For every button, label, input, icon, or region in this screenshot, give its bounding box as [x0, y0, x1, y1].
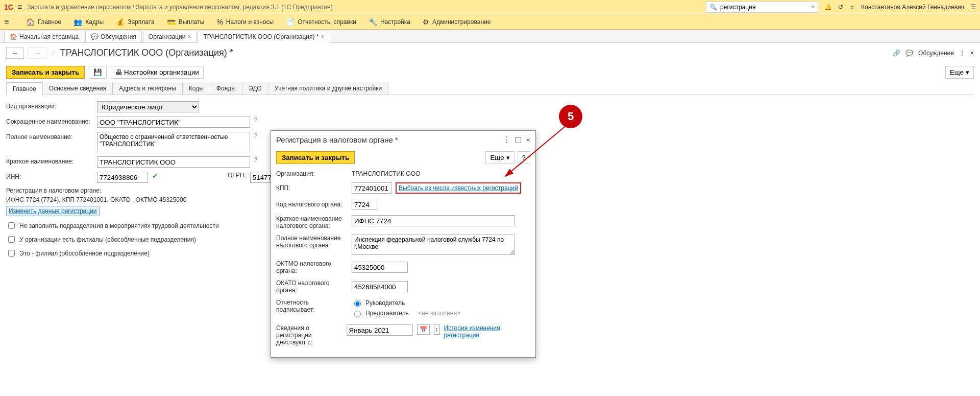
help-icon[interactable]: ? [254, 117, 258, 124]
help-icon[interactable]: ? [254, 156, 258, 164]
ogrn-label: ОГРН: [228, 172, 246, 179]
percent-icon: % [216, 18, 223, 26]
short-name-label: Сокращенное наименование: [6, 117, 93, 125]
dlg-kpp-label: КПП: [276, 184, 348, 192]
dialog-more-icon[interactable]: ⋮ [503, 135, 510, 144]
tax-registration-dialog: Регистрация в налоговом органе * ⋮ ▢ × З… [271, 130, 536, 268]
menu-main[interactable]: 🏠Главное [26, 18, 61, 26]
dlg-full-tax-input[interactable] [352, 235, 515, 255]
dlg-org-label: Организация: [276, 170, 348, 177]
dlg-short-tax-input[interactable] [352, 215, 515, 226]
cb-has-branches[interactable] [8, 236, 15, 243]
dialog-save-close-button[interactable]: Записать и закрыть [276, 151, 355, 164]
global-search[interactable]: 🔍 × [706, 2, 818, 13]
hamburger-icon[interactable]: ≡ [17, 3, 22, 12]
dlg-org-value: ТРАНСЛОГИСТИК ООО [352, 170, 420, 177]
org-type-select[interactable]: Юридическое лицо [97, 101, 199, 112]
star-icon[interactable]: ☆ [849, 4, 855, 11]
history-icon[interactable]: ↺ [838, 4, 843, 11]
tab-current-org[interactable]: ТРАНСЛОГИСТИК ООО (Организация) *× [198, 31, 330, 43]
check-icon: ✔ [152, 172, 158, 180]
tab-organizations[interactable]: Организации× [143, 31, 197, 42]
cb-is-branch-label: Это - филиал (обособленное подразделение… [19, 250, 150, 257]
dialog-help-button[interactable]: ? [518, 151, 530, 164]
form-tab-edo[interactable]: ЭДО [242, 82, 268, 95]
brief-name-label: Краткое наименование: [6, 156, 93, 165]
forward-button[interactable]: → [28, 47, 46, 59]
wallet-icon: 💳 [167, 18, 176, 26]
doc-icon: 📄 [286, 18, 295, 26]
dialog-maximize-icon[interactable]: ▢ [514, 135, 522, 144]
dialog-title: Регистрация в налоговом органе * [276, 135, 499, 144]
full-name-input[interactable] [97, 132, 250, 152]
callout-badge: 5 [559, 105, 582, 128]
menu-taxes[interactable]: %Налоги и взносы [216, 18, 274, 26]
home-icon: 🏠 [26, 18, 35, 26]
chat-icon: 💬 [91, 33, 99, 40]
star-icon[interactable]: ☆ [51, 50, 56, 57]
menu-payments[interactable]: 💳Выплаты [167, 18, 205, 26]
settings-icon[interactable]: ☰ [970, 4, 976, 11]
dlg-oktmo-input[interactable] [352, 262, 408, 268]
tab-discussions[interactable]: 💬Обсуждения [85, 31, 142, 42]
change-reg-link[interactable]: Изменить данные регистрации [6, 206, 100, 216]
save-close-button[interactable]: Записать и закрыть [6, 66, 85, 79]
cb-is-branch[interactable] [8, 250, 15, 257]
dialog-close-icon[interactable]: × [526, 135, 530, 144]
select-registration-link[interactable]: Выбрать из числа известных регистраций [399, 184, 518, 192]
short-name-input[interactable] [97, 117, 250, 128]
menu-admin[interactable]: ⚙Администрирование [423, 18, 491, 26]
bell-icon[interactable]: 🔔 [824, 4, 832, 11]
dlg-oktmo-label: ОКТМО налогового органа: [276, 260, 348, 268]
more-icon[interactable]: ⋮ [959, 50, 965, 57]
cb-has-branches-label: У организации есть филиалы (обособленные… [19, 236, 196, 243]
dlg-kpp-input[interactable] [352, 182, 391, 194]
home-icon: 🏠 [10, 33, 17, 40]
menu-reports[interactable]: 📄Отчетность, справки [286, 18, 356, 26]
inn-input[interactable] [97, 172, 148, 183]
wrench-icon: 🔧 [369, 18, 377, 26]
discussion-label[interactable]: Обсуждение [918, 50, 954, 57]
form-tab-addresses[interactable]: Адреса и телефоны [112, 82, 183, 95]
print-icon: 🖶 [115, 68, 122, 76]
search-input[interactable] [719, 3, 809, 11]
link-icon[interactable]: 🔗 [893, 50, 900, 57]
menu-staff[interactable]: 👥Кадры [74, 18, 104, 26]
back-button[interactable]: ← [6, 47, 24, 59]
close-icon[interactable]: × [187, 33, 191, 40]
form-tab-main[interactable]: Главное [6, 82, 43, 95]
org-settings-button[interactable]: 🖶Настройки организации [111, 66, 204, 79]
cash-icon: 💰 [116, 18, 125, 26]
cb-no-divisions[interactable] [8, 222, 15, 229]
dlg-code-input[interactable] [352, 199, 377, 210]
more-button[interactable]: Еще ▾ [945, 66, 974, 79]
dialog-more-button[interactable]: Еще ▾ [485, 151, 514, 164]
org-type-label: Вид организации: [6, 101, 93, 110]
gear-icon: ⚙ [423, 18, 429, 26]
clear-search-icon[interactable]: × [811, 4, 815, 11]
menu-settings[interactable]: 🔧Настройка [369, 18, 410, 26]
people-icon: 👥 [74, 18, 82, 26]
search-icon: 🔍 [709, 4, 717, 11]
user-name[interactable]: Константинов Алексей Геннадиевич [861, 4, 964, 11]
sections-icon[interactable]: ≡ [4, 17, 9, 27]
menu-salary[interactable]: 💰Зарплата [116, 18, 155, 26]
brief-name-input[interactable] [97, 156, 250, 168]
cb-no-divisions-label: Не заполнять подразделения в мероприятия… [19, 222, 219, 229]
close-icon[interactable]: × [321, 33, 325, 40]
full-name-label: Полное наименование: [6, 132, 93, 141]
dlg-full-tax-label: Полное наименование налогового органа: [276, 235, 348, 249]
page-title: ТРАНСЛОГИСТИК ООО (Организация) * [60, 48, 233, 58]
form-tab-funds[interactable]: Фонды [210, 82, 242, 95]
app-title: Зарплата и управление персоналом / Зарпл… [27, 4, 333, 11]
form-tab-policy[interactable]: Учетная политика и другие настройки [268, 82, 389, 95]
help-icon[interactable]: ? [254, 132, 258, 139]
dlg-short-tax-label: Краткое наименование налогового органа: [276, 215, 348, 229]
save-button[interactable]: 💾 [89, 66, 107, 79]
inn-label: ИНН: [6, 172, 93, 180]
discussion-icon[interactable]: 💬 [905, 50, 913, 57]
close-page-icon[interactable]: × [970, 50, 974, 57]
form-tab-basic[interactable]: Основные сведения [42, 82, 113, 95]
form-tab-codes[interactable]: Коды [182, 82, 210, 95]
tab-start-page[interactable]: 🏠Начальная страница [4, 31, 84, 42]
